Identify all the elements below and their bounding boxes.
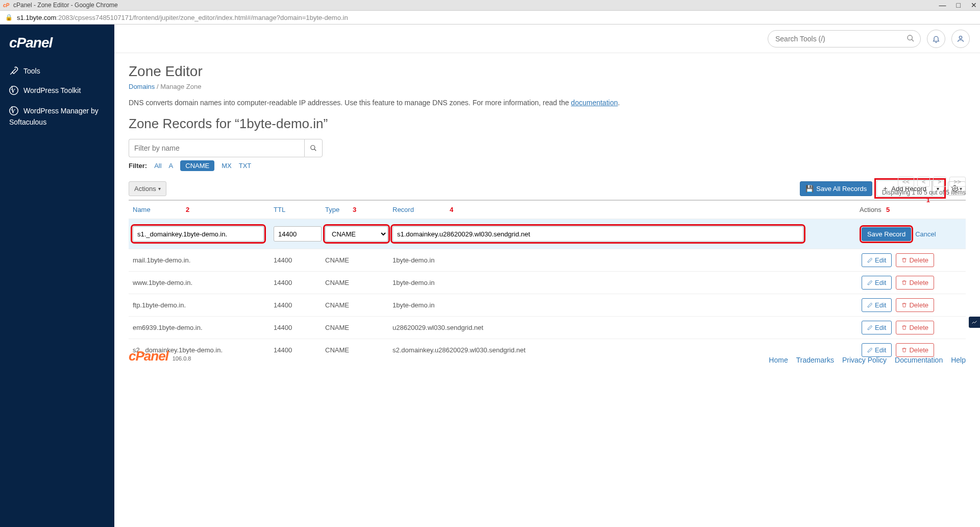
filter-txt[interactable]: TXT <box>239 162 252 170</box>
search-input[interactable] <box>768 30 921 47</box>
window-maximize-button[interactable]: □ <box>957 1 961 9</box>
cancel-edit-link[interactable]: Cancel <box>915 230 936 238</box>
cell-ttl: 14400 <box>274 256 325 264</box>
cell-type: CNAME <box>325 256 393 264</box>
breadcrumb: Domains / Manage Zone <box>129 83 966 90</box>
delete-button[interactable]: Delete <box>896 276 934 290</box>
window-titlebar: cPanel - Zone Editor - Google Chrome — □… <box>0 0 980 10</box>
filter-cname[interactable]: CNAME <box>180 160 214 171</box>
pagination-top: << < > >> Displaying 1 to 5 out of 5 ite… <box>882 177 966 196</box>
page-first[interactable]: << <box>898 177 914 187</box>
cell-name: em6939.1byte-demo.in. <box>133 324 274 331</box>
edit-record-input[interactable] <box>393 226 803 242</box>
table-row: mail.1byte-demo.in.14400CNAME1byte-demo.… <box>129 249 966 271</box>
page-prev[interactable]: < <box>917 177 930 187</box>
footer-link-trademarks[interactable]: Trademarks <box>796 356 834 364</box>
sidebar-item-wordpress-toolkit[interactable]: WordPress Toolkit <box>0 81 114 100</box>
cell-type: CNAME <box>325 324 393 331</box>
cell-ttl: 14400 <box>274 279 325 286</box>
filter-by-name-input[interactable] <box>129 139 304 157</box>
edit-ttl-input[interactable] <box>274 226 322 242</box>
sidebar-item-tools[interactable]: Tools <box>0 61 114 81</box>
cell-record: 1byte-demo.in <box>393 279 860 286</box>
page-last[interactable]: >> <box>949 177 966 187</box>
user-menu-button[interactable] <box>951 30 970 48</box>
col-type[interactable]: Type 3 <box>325 206 393 213</box>
intro-text: DNS converts domain names into computer-… <box>129 99 966 107</box>
page-next[interactable]: > <box>933 177 946 187</box>
table-row: em6939.1byte-demo.in.14400CNAMEu28620029… <box>129 316 966 339</box>
filter-all[interactable]: All <box>154 162 161 170</box>
toolbar-row: Actions▾ 💾 Save All Records ＋ Add Record… <box>129 180 966 197</box>
breadcrumb-domains-link[interactable]: Domains <box>129 83 155 90</box>
sidebar: cPanel Tools WordPress Toolkit WordPress… <box>0 25 114 527</box>
cpanel-favicon <box>3 2 10 9</box>
table-row: ftp.1byte-demo.in.14400CNAME1byte-demo.i… <box>129 294 966 316</box>
save-record-button[interactable]: Save Record <box>862 227 911 241</box>
actions-dropdown[interactable]: Actions▾ <box>129 181 166 196</box>
sidebar-item-wordpress-manager[interactable]: WordPress Manager by Softaculous <box>0 100 114 133</box>
svg-point-5 <box>311 146 315 150</box>
wordpress-icon <box>9 86 18 95</box>
edit-button[interactable]: Edit <box>862 321 892 334</box>
cell-ttl: 14400 <box>274 324 325 331</box>
cell-type: CNAME <box>325 301 393 309</box>
filter-search-button[interactable] <box>304 139 323 157</box>
documentation-link[interactable]: documentation <box>571 99 618 107</box>
wordpress-icon <box>9 106 18 115</box>
tools-icon <box>9 66 18 76</box>
sidebar-item-label: WordPress Toolkit <box>23 86 81 94</box>
notifications-button[interactable] <box>927 30 945 48</box>
save-all-records-button[interactable]: 💾 Save All Records <box>800 181 872 196</box>
delete-button[interactable]: Delete <box>896 321 934 334</box>
save-icon: 💾 <box>805 185 814 193</box>
zone-records-title: Zone Records for “1byte-demo.in” <box>129 116 966 132</box>
col-record[interactable]: Record 4 <box>393 206 860 213</box>
col-ttl[interactable]: TTL <box>274 206 325 213</box>
table-header: Name 2 TTL Type 3 Record 4 Actions 5 <box>129 201 966 219</box>
annotation-3: 3 <box>353 206 356 213</box>
edit-button[interactable]: Edit <box>862 298 892 312</box>
main-area: Zone Editor Domains / Manage Zone DNS co… <box>114 25 980 527</box>
svg-line-3 <box>912 39 914 41</box>
footer-cpanel-logo[interactable]: cPanel <box>129 348 168 364</box>
window-title: cPanel - Zone Editor - Google Chrome <box>13 2 118 9</box>
delete-button[interactable]: Delete <box>896 253 934 267</box>
window-minimize-button[interactable]: — <box>939 1 946 9</box>
edit-name-input[interactable] <box>133 226 264 242</box>
annotation-2: 2 <box>186 206 189 213</box>
edit-button[interactable]: Edit <box>862 276 892 290</box>
footer-link-documentation[interactable]: Documentation <box>895 356 943 364</box>
cpanel-logo[interactable]: cPanel <box>0 30 114 61</box>
edit-type-select[interactable]: CNAME <box>325 226 388 242</box>
col-name[interactable]: Name 2 <box>133 206 274 213</box>
filter-a[interactable]: A <box>169 162 174 170</box>
table-row: www.1byte-demo.in.14400CNAME1byte-demo.i… <box>129 271 966 294</box>
col-actions: Actions 5 <box>860 206 962 213</box>
footer-version: 106.0.8 <box>173 355 191 362</box>
annotation-1: 1 <box>926 196 930 204</box>
window-close-button[interactable]: ✕ <box>971 1 977 9</box>
cell-record: 1byte-demo.in <box>393 256 860 264</box>
search-icon[interactable] <box>906 34 915 42</box>
filter-mx[interactable]: MX <box>222 162 232 170</box>
type-filter-row: Filter: All A CNAME MX TXT <box>129 160 966 171</box>
caret-down-icon: ▾ <box>158 186 161 191</box>
breadcrumb-current: Manage Zone <box>160 83 201 90</box>
feedback-tab[interactable] <box>969 317 980 328</box>
footer-link-home[interactable]: Home <box>769 356 788 364</box>
delete-button[interactable]: Delete <box>896 298 934 312</box>
filter-label: Filter: <box>129 162 147 170</box>
footer-link-help[interactable]: Help <box>951 356 966 364</box>
content: Zone Editor Domains / Manage Zone DNS co… <box>114 53 980 371</box>
display-count: Displaying 1 to 5 out of 5 items <box>882 189 966 196</box>
url-host: s1.1byte.com <box>17 14 56 21</box>
svg-point-2 <box>908 35 912 40</box>
footer-link-privacy[interactable]: Privacy Policy <box>842 356 887 364</box>
cell-name: www.1byte-demo.in. <box>133 279 274 286</box>
cell-name: ftp.1byte-demo.in. <box>133 301 274 309</box>
edit-button[interactable]: Edit <box>862 253 892 267</box>
address-bar[interactable]: 🔒 s1.1byte.com:2083/cpsess7485107171/fro… <box>0 10 980 25</box>
records-table: Name 2 TTL Type 3 Record 4 Actions 5 <box>129 200 966 361</box>
page-title: Zone Editor <box>129 63 966 80</box>
